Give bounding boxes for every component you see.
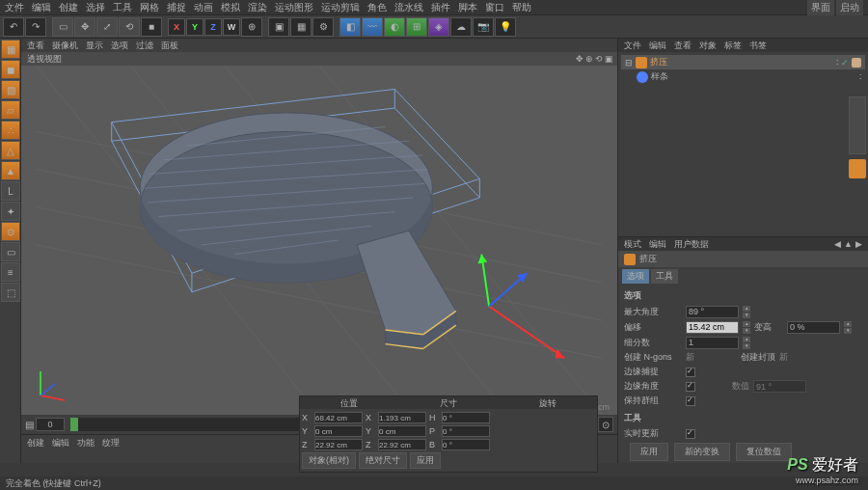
spline-primitive[interactable]: 〰 bbox=[362, 17, 383, 37]
layout-tab-1[interactable]: 界面 bbox=[807, 0, 834, 15]
workplane-tool[interactable]: ▭ bbox=[1, 242, 20, 261]
coord-apply[interactable]: 应用 bbox=[410, 452, 441, 469]
checkbox-edge-snap[interactable] bbox=[686, 368, 695, 377]
visibility-dots[interactable]: ∶ bbox=[836, 58, 838, 68]
timeline-toggle-icon[interactable]: ▤ bbox=[25, 420, 34, 430]
checkmark-icon[interactable]: ✓ bbox=[841, 58, 849, 68]
timeline-track[interactable] bbox=[70, 418, 305, 431]
timeline-playhead[interactable] bbox=[70, 418, 78, 431]
coord-sy-input[interactable] bbox=[378, 425, 426, 437]
vp-rotate-icon[interactable]: ⟲ bbox=[595, 54, 603, 64]
light[interactable]: 💡 bbox=[495, 17, 516, 37]
timeline-start-frame[interactable] bbox=[36, 418, 65, 431]
vp-menu-view[interactable]: 查看 bbox=[27, 40, 44, 52]
undo-button[interactable]: ↶ bbox=[3, 17, 24, 37]
object-name[interactable]: 挤压 bbox=[650, 56, 667, 68]
select-tool[interactable]: ▭ bbox=[52, 17, 73, 37]
input-offset[interactable] bbox=[686, 321, 739, 334]
attr-up-icon[interactable]: ▲ bbox=[844, 239, 853, 249]
vp-menu-camera[interactable]: 摄像机 bbox=[52, 40, 78, 52]
subtab-options[interactable]: 选项 bbox=[622, 269, 649, 284]
axis-x-toggle[interactable]: X bbox=[168, 18, 185, 36]
apply-button[interactable]: 应用 bbox=[630, 443, 668, 461]
menu-window[interactable]: 窗口 bbox=[485, 1, 504, 14]
coord-sz-input[interactable] bbox=[378, 439, 426, 450]
render-settings[interactable]: ⚙ bbox=[312, 17, 334, 37]
vp-menu-display[interactable]: 显示 bbox=[86, 40, 103, 52]
coord-rx-input[interactable] bbox=[442, 412, 490, 423]
coord-x-input[interactable] bbox=[314, 412, 363, 423]
cube-primitive[interactable]: ◧ bbox=[339, 17, 361, 37]
phong-tag-icon[interactable] bbox=[852, 58, 861, 68]
redo-button[interactable]: ↷ bbox=[25, 17, 46, 37]
vp-menu-filter[interactable]: 过滤 bbox=[136, 40, 153, 52]
coord-sx-input[interactable] bbox=[378, 412, 426, 423]
edge-mode[interactable]: △ bbox=[1, 141, 20, 160]
coord-y-input[interactable] bbox=[314, 425, 363, 437]
attr-fwd-icon[interactable]: ▶ bbox=[855, 239, 862, 249]
input-subdiv[interactable] bbox=[686, 337, 739, 349]
checkbox-realtime[interactable] bbox=[686, 429, 695, 439]
menu-render[interactable]: 渲染 bbox=[248, 1, 267, 14]
polygon-mode[interactable]: ▲ bbox=[1, 161, 20, 180]
coord-z-input[interactable] bbox=[314, 439, 363, 450]
mat-tab-edit[interactable]: 编辑 bbox=[52, 437, 69, 449]
stepper-subdiv[interactable]: ▴▾ bbox=[743, 336, 750, 349]
new-transform-button[interactable]: 新的变换 bbox=[674, 443, 730, 461]
deformer[interactable]: ◈ bbox=[428, 17, 449, 37]
environment[interactable]: ☁ bbox=[450, 17, 472, 37]
menu-edit[interactable]: 编辑 bbox=[32, 1, 51, 14]
menu-character[interactable]: 角色 bbox=[367, 1, 387, 14]
render-region[interactable]: ▦ bbox=[290, 17, 312, 37]
om-tab-view[interactable]: 查看 bbox=[674, 40, 692, 52]
menu-mograph[interactable]: 运动图形 bbox=[275, 1, 313, 14]
om-tab-tags[interactable]: 标签 bbox=[724, 40, 742, 52]
om-tab-file[interactable]: 文件 bbox=[624, 40, 641, 52]
vp-zoom-icon[interactable]: ⊕ bbox=[585, 54, 593, 64]
make-editable[interactable]: ▦ bbox=[1, 40, 20, 59]
model-mode[interactable]: ◼ bbox=[1, 60, 20, 79]
expand-icon[interactable]: ⊟ bbox=[625, 58, 633, 68]
axis-y-toggle[interactable]: Y bbox=[186, 18, 203, 36]
workplane-mode[interactable]: ▱ bbox=[1, 100, 20, 120]
nurbs-generator[interactable]: ◐ bbox=[384, 17, 405, 37]
object-row-spline[interactable]: 样条 ∶ bbox=[621, 69, 865, 84]
menu-pipeline[interactable]: 流水线 bbox=[394, 1, 423, 14]
menu-sim[interactable]: 模拟 bbox=[221, 1, 240, 14]
menu-script[interactable]: 脚本 bbox=[458, 1, 477, 14]
vp-menu-options[interactable]: 选项 bbox=[111, 40, 128, 52]
move-tool[interactable]: ✥ bbox=[74, 17, 95, 37]
attr-tab-userdata[interactable]: 用户数据 bbox=[674, 238, 709, 251]
coord-rz-input[interactable] bbox=[442, 439, 490, 450]
menu-file[interactable]: 文件 bbox=[5, 1, 24, 14]
coord-tab-rotation[interactable]: 旋转 bbox=[498, 396, 597, 409]
attr-back-icon[interactable]: ◀ bbox=[834, 239, 841, 249]
axis-mode[interactable]: L bbox=[1, 181, 20, 201]
mat-tab-create[interactable]: 创建 bbox=[27, 437, 44, 449]
coord-tab-position[interactable]: 位置 bbox=[300, 396, 399, 409]
menu-tools[interactable]: 工具 bbox=[113, 1, 132, 14]
menu-create[interactable]: 创建 bbox=[59, 1, 78, 14]
coord-tab-size[interactable]: 尺寸 bbox=[399, 396, 499, 409]
scale-tool[interactable]: ⤢ bbox=[96, 17, 118, 37]
menu-anim[interactable]: 动画 bbox=[194, 1, 213, 14]
vp-maximize-icon[interactable]: ▣ bbox=[605, 54, 613, 64]
visibility-dots[interactable]: ∶ bbox=[859, 72, 861, 82]
coord-mode1[interactable]: 对象(相对) bbox=[302, 452, 356, 469]
coord-mode2[interactable]: 绝对尺寸 bbox=[359, 452, 407, 469]
reset-button[interactable]: 复位数值 bbox=[736, 443, 792, 461]
stepper-max-angle[interactable]: ▴▾ bbox=[743, 305, 750, 318]
vp-menu-panel[interactable]: 面板 bbox=[161, 40, 178, 52]
stepper-offset[interactable]: ▴▾ bbox=[743, 320, 750, 334]
viewport-3d[interactable]: 网格间距: 10 cm bbox=[21, 66, 617, 415]
content-browser-thumb[interactable] bbox=[849, 96, 866, 154]
rotate-tool[interactable]: ⟲ bbox=[119, 17, 140, 37]
attr-tab-edit[interactable]: 编辑 bbox=[649, 238, 666, 251]
om-tab-edit[interactable]: 编辑 bbox=[649, 40, 666, 52]
coord-ry-input[interactable] bbox=[442, 425, 490, 437]
stepper-variation[interactable]: ▴▾ bbox=[844, 320, 852, 334]
snap-toggle[interactable]: ⊙ bbox=[1, 222, 20, 241]
last-tool[interactable]: ■ bbox=[141, 17, 162, 37]
om-tab-object[interactable]: 对象 bbox=[699, 40, 717, 52]
layer-tool[interactable]: ≡ bbox=[1, 262, 20, 282]
